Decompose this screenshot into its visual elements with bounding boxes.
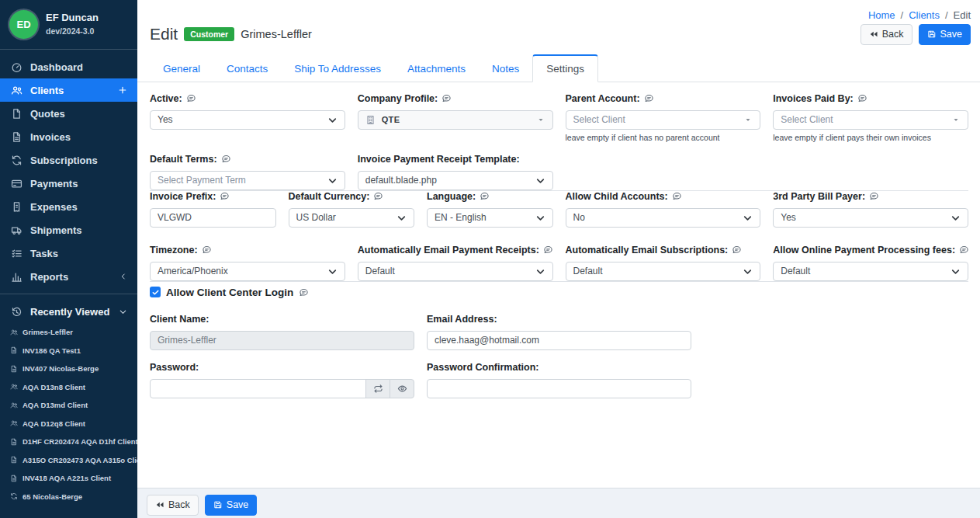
auto-email-payment-receipts-select[interactable]: Default: [358, 262, 553, 281]
password-input[interactable]: [150, 379, 366, 398]
invoice-payment-receipt-template-label: Invoice Payment Receipt Template:: [358, 154, 520, 165]
tab-attachments[interactable]: Attachments: [394, 56, 479, 82]
gauge-icon: [11, 61, 23, 73]
tooltip-icon: [672, 191, 682, 201]
credit-card-icon: [11, 178, 23, 189]
back-button-bottom[interactable]: Back: [147, 495, 199, 516]
invoice-payment-receipt-template-select[interactable]: default.blade.php: [358, 171, 553, 190]
allow-child-accounts-select[interactable]: No: [566, 208, 761, 228]
recent-item-aqa-d13md-client[interactable]: AQA D13md Client: [0, 396, 137, 415]
parent-account-select[interactable]: Select Client: [566, 110, 761, 130]
allow-client-center-login-checkbox[interactable]: [150, 287, 161, 297]
parent-account-placeholder: Select Client: [573, 114, 625, 125]
chevron-down-icon: [327, 266, 338, 276]
allow-online-payment-processing-fees-select[interactable]: Default: [773, 262, 968, 281]
invoice-prefix-input[interactable]: VLGWD: [150, 208, 276, 228]
field-language: Language:EN - English: [427, 191, 553, 228]
breadcrumb-clients[interactable]: Clients: [909, 9, 940, 21]
generate-password-button[interactable]: [365, 379, 390, 398]
tab-notes[interactable]: Notes: [479, 56, 532, 82]
auto-email-subscriptions-select[interactable]: Default: [566, 262, 761, 281]
auto-email-payment-receipts-value: Default: [365, 266, 395, 276]
recent-item-inv186-qa-test1[interactable]: INV186 QA Test1: [0, 342, 137, 360]
default-terms-select[interactable]: Select Payment Term: [150, 171, 345, 190]
add-client-button[interactable]: [117, 85, 128, 96]
sidebar-item-reports[interactable]: Reports: [0, 265, 137, 288]
form-row-1: Active:YesCompany Profile:QTEParent Acco…: [150, 93, 968, 142]
sync-icon: [11, 155, 23, 166]
company-profile-select[interactable]: QTE: [358, 110, 553, 130]
breadcrumb-home[interactable]: Home: [868, 9, 895, 21]
chevron-down-icon: [535, 176, 545, 186]
language-select[interactable]: EN - English: [427, 208, 553, 228]
field-email-address: Email Address:cleve.haag@hotmail.com: [427, 314, 691, 350]
tab-ship-to-addresses[interactable]: Ship To Addresses: [281, 56, 394, 82]
users-icon: [11, 85, 23, 96]
chevron-down-icon: [951, 266, 961, 276]
tooltip-icon: [202, 245, 212, 255]
sidebar-item-subscriptions[interactable]: Subscriptions: [0, 148, 137, 172]
email-address-input[interactable]: cleve.haag@hotmail.com: [427, 331, 691, 350]
sidebar-item-tasks[interactable]: Tasks: [0, 242, 137, 265]
field-invoices-paid-by: Invoices Paid By:Select Clientleave empt…: [773, 93, 968, 142]
recent-item-d1hf-cr202474-aqa-d1hf-client[interactable]: D1HF CR202474 AQA D1hf Client: [0, 433, 137, 451]
field-allow-child-accounts: Allow Child Accounts:No: [566, 191, 761, 228]
invoices-paid-by-select[interactable]: Select Client: [773, 110, 968, 130]
invoice-payment-receipt-template-value: default.blade.php: [365, 175, 437, 186]
sidebar-item-quotes[interactable]: Quotes: [0, 102, 137, 125]
sidebar-item-recently-viewed[interactable]: Recently Viewed: [0, 300, 137, 323]
parent-account-help: leave empty if client has no parent acco…: [566, 133, 761, 142]
tab-general[interactable]: General: [150, 56, 213, 82]
recent-item-grimes-leffler[interactable]: Grimes-Leffler: [0, 323, 137, 342]
file-invoice-icon: [10, 346, 18, 354]
sidebar: ED EF Duncan dev/2024-3.0 DashboardClien…: [0, 0, 137, 518]
sidebar-item-payments[interactable]: Payments: [0, 172, 137, 195]
tab-settings[interactable]: Settings: [532, 54, 598, 82]
recent-item-label: INV418 AQA A221s Client: [23, 474, 111, 482]
chevron-down-icon: [397, 213, 407, 223]
default-currency-select[interactable]: US Dollar: [289, 208, 415, 228]
password-confirmation-input[interactable]: [427, 379, 691, 398]
field-company-profile: Company Profile:QTE: [358, 93, 553, 142]
recent-item-65-nicolas-berge[interactable]: 65 Nicolas-Berge: [0, 488, 137, 506]
third-party-bill-payer-select[interactable]: Yes: [773, 208, 968, 228]
tab-bar: GeneralContactsShip To AddressesAttachme…: [137, 54, 980, 82]
recent-item-a315o-cr202473-aqa-a315o-client[interactable]: A315O CR202473 AQA A315o Client: [0, 451, 137, 470]
field-active: Active:Yes: [150, 93, 345, 142]
sidebar-item-expenses[interactable]: Expenses: [0, 195, 137, 218]
users-icon: [10, 402, 18, 409]
sidebar-item-shipments[interactable]: Shipments: [0, 218, 137, 242]
timezone-select[interactable]: America/Phoenix: [150, 262, 345, 281]
recent-item-inv407-nicolas-berge[interactable]: INV407 Nicolas-Berge: [0, 360, 137, 378]
file-invoice-icon: [11, 131, 23, 143]
save-button-top[interactable]: Save: [919, 24, 971, 45]
caret-down-icon: [536, 115, 545, 124]
field-default-terms: Default Terms:Select Payment Term: [150, 154, 345, 190]
language-label: Language:: [427, 191, 476, 202]
user-profile[interactable]: ED EF Duncan dev/2024-3.0: [0, 0, 137, 43]
sidebar-item-invoices[interactable]: Invoices: [0, 125, 137, 148]
sidebar-item-dashboard[interactable]: Dashboard: [0, 55, 137, 78]
active-select[interactable]: Yes: [150, 110, 345, 130]
tab-contacts[interactable]: Contacts: [213, 56, 281, 82]
default-currency-value: US Dollar: [296, 212, 336, 223]
user-name: EF Duncan: [46, 12, 99, 23]
recent-item-aqa-d13n8-client[interactable]: AQA D13n8 Client: [0, 378, 137, 397]
recent-item-aqa-d12q8-client[interactable]: AQA D12q8 Client: [0, 415, 137, 433]
chevron-down-icon: [535, 213, 545, 223]
chevron-down-icon: [743, 266, 753, 276]
save-button-bottom[interactable]: Save: [205, 495, 258, 516]
backward-icon: [155, 500, 164, 509]
back-button-top[interactable]: Back: [861, 24, 912, 45]
tooltip-icon: [857, 93, 867, 103]
file-invoice-icon: [10, 456, 18, 464]
toggle-password-visibility-button[interactable]: [390, 379, 414, 398]
timezone-value: America/Phoenix: [158, 266, 228, 276]
active-value: Yes: [158, 114, 173, 125]
tooltip-icon: [959, 245, 969, 255]
recent-item-inv418-aqa-a221s-client[interactable]: INV418 AQA A221s Client: [0, 469, 137, 488]
login-row-2: Password:Password Confirmation:: [150, 362, 968, 398]
page-title: Edit: [150, 25, 178, 43]
sidebar-item-label: Quotes: [30, 108, 65, 120]
sidebar-item-clients[interactable]: Clients: [0, 78, 137, 102]
